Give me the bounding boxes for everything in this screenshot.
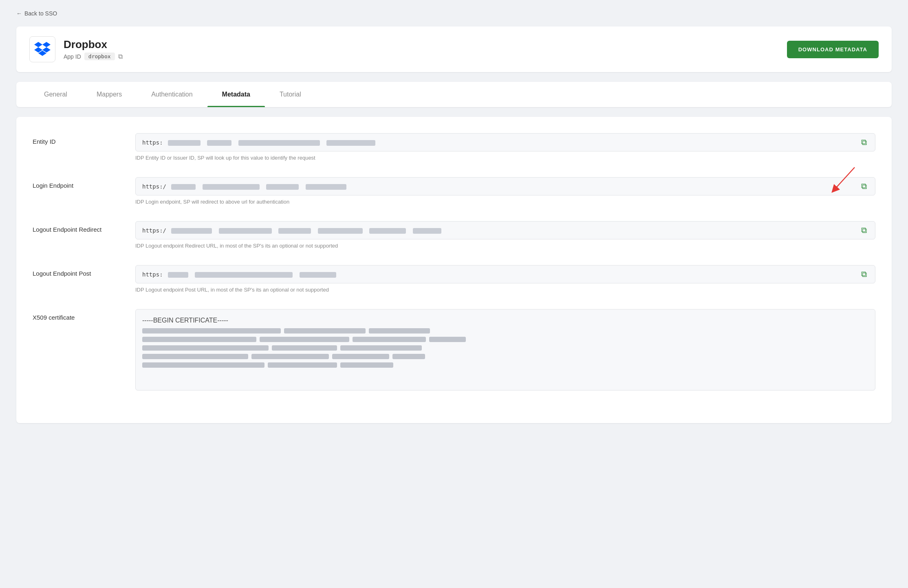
app-id-badge: dropbox bbox=[84, 53, 115, 60]
app-header: Dropbox App ID dropbox ⧉ DOWNLOAD METADA… bbox=[16, 26, 892, 72]
tabs-container: General Mappers Authentication Metadata … bbox=[16, 82, 892, 107]
login-endpoint-blur-1 bbox=[171, 184, 196, 190]
tab-mappers[interactable]: Mappers bbox=[82, 82, 137, 107]
red-arrow-indicator bbox=[826, 165, 859, 194]
logout-post-blur-3 bbox=[300, 272, 336, 278]
entity-id-blur-4 bbox=[326, 140, 375, 146]
logout-redirect-blur-3 bbox=[278, 228, 311, 234]
cert-blur-7 bbox=[429, 337, 466, 342]
logout-redirect-blur-1 bbox=[171, 228, 212, 234]
login-endpoint-copy-button[interactable]: ⧉ bbox=[860, 182, 868, 191]
entity-id-value: https: bbox=[142, 139, 856, 146]
logout-redirect-blur-2 bbox=[219, 228, 272, 234]
logout-post-label: Logout Endpoint Post bbox=[33, 265, 122, 277]
logout-post-prefix: https: bbox=[142, 271, 163, 278]
tab-general[interactable]: General bbox=[29, 82, 82, 107]
cert-row-3 bbox=[142, 345, 868, 351]
app-id-label: App ID bbox=[64, 53, 81, 60]
cert-blur-13 bbox=[332, 354, 389, 359]
cert-blur-10 bbox=[340, 345, 422, 351]
cert-blurred-content bbox=[142, 328, 868, 368]
cert-blur-5 bbox=[260, 337, 349, 342]
app-logo bbox=[29, 36, 55, 62]
cert-blur-4 bbox=[142, 337, 256, 342]
tab-metadata[interactable]: Metadata bbox=[207, 82, 265, 107]
cert-blur-16 bbox=[268, 362, 337, 368]
login-endpoint-input-wrapper: https:/ ⧉ bbox=[135, 177, 875, 195]
field-row-entity-id: Entity ID https: ⧉ IDP Entity ID or Issu… bbox=[33, 133, 875, 161]
certificate-field: -----BEGIN CERTIFICATE----- bbox=[135, 309, 875, 391]
cert-blur-6 bbox=[353, 337, 426, 342]
download-metadata-button[interactable]: DOWNLOAD METADATA bbox=[787, 41, 879, 58]
cert-blur-17 bbox=[340, 362, 393, 368]
logout-redirect-copy-button[interactable]: ⧉ bbox=[860, 226, 868, 235]
content-card: Entity ID https: ⧉ IDP Entity ID or Issu… bbox=[16, 117, 892, 423]
back-link-label: Back to SSO bbox=[24, 10, 57, 17]
logout-post-blur-1 bbox=[168, 272, 188, 278]
entity-id-blur-1 bbox=[168, 140, 201, 146]
field-row-certificate: X509 certificate -----BEGIN CERTIFICATE-… bbox=[33, 309, 875, 391]
entity-id-description: IDP Entity ID or Issuer ID, SP will look… bbox=[135, 155, 875, 161]
app-header-left: Dropbox App ID dropbox ⧉ bbox=[29, 36, 123, 62]
tab-tutorial[interactable]: Tutorial bbox=[265, 82, 316, 107]
entity-id-blur-3 bbox=[238, 140, 320, 146]
cert-blur-14 bbox=[392, 354, 425, 359]
cert-blur-3 bbox=[369, 328, 430, 333]
cert-blur-1 bbox=[142, 328, 281, 333]
cert-blur-12 bbox=[251, 354, 329, 359]
logout-redirect-blur-5 bbox=[369, 228, 406, 234]
logout-post-right: https: ⧉ IDP Logout endpoint Post URL, i… bbox=[135, 265, 875, 293]
cert-blur-2 bbox=[284, 328, 366, 333]
certificate-right: -----BEGIN CERTIFICATE----- bbox=[135, 309, 875, 391]
back-to-sso-link[interactable]: ← Back to SSO bbox=[16, 10, 57, 17]
logout-redirect-label: Logout Endpoint Redirect bbox=[33, 221, 122, 233]
back-arrow-icon: ← bbox=[16, 10, 22, 17]
certificate-label: X509 certificate bbox=[33, 309, 122, 321]
cert-row-2 bbox=[142, 337, 868, 342]
cert-blur-15 bbox=[142, 362, 264, 368]
login-endpoint-blur-4 bbox=[306, 184, 346, 190]
entity-id-prefix: https: bbox=[142, 139, 163, 146]
logout-post-blur-2 bbox=[195, 272, 293, 278]
cert-row-5 bbox=[142, 362, 868, 368]
tab-authentication[interactable]: Authentication bbox=[137, 82, 207, 107]
app-name: Dropbox bbox=[64, 38, 123, 51]
login-endpoint-blur-2 bbox=[203, 184, 260, 190]
logout-redirect-description: IDP Logout endpoint Redirect URL, in mos… bbox=[135, 243, 875, 249]
cert-blur-9 bbox=[272, 345, 337, 351]
login-endpoint-value: https:/ bbox=[142, 183, 856, 190]
entity-id-label: Entity ID bbox=[33, 133, 122, 145]
cert-blur-11 bbox=[142, 354, 248, 359]
logout-post-description: IDP Logout endpoint Post URL, in most of… bbox=[135, 287, 875, 293]
login-endpoint-blur-3 bbox=[266, 184, 299, 190]
login-endpoint-right: https:/ ⧉ IDP Login endpo bbox=[135, 177, 875, 205]
tabs: General Mappers Authentication Metadata … bbox=[16, 82, 892, 107]
logout-redirect-blur-6 bbox=[413, 228, 441, 234]
logout-post-input-wrapper: https: ⧉ bbox=[135, 265, 875, 283]
login-endpoint-label: Login Endpoint bbox=[33, 177, 122, 189]
logout-redirect-right: https:/ ⧉ IDP Logout endpoint Redirect U… bbox=[135, 221, 875, 249]
login-endpoint-description: IDP Login endpoint, SP will redirect to … bbox=[135, 199, 875, 205]
app-info: Dropbox App ID dropbox ⧉ bbox=[64, 38, 123, 60]
cert-begin-text: -----BEGIN CERTIFICATE----- bbox=[142, 317, 868, 324]
cert-row-1 bbox=[142, 328, 868, 333]
field-row-logout-post: Logout Endpoint Post https: ⧉ IDP Logout… bbox=[33, 265, 875, 293]
entity-id-right: https: ⧉ IDP Entity ID or Issuer ID, SP … bbox=[135, 133, 875, 161]
field-row-logout-redirect: Logout Endpoint Redirect https:/ ⧉ IDP L… bbox=[33, 221, 875, 249]
logout-redirect-value: https:/ bbox=[142, 227, 856, 234]
login-endpoint-prefix: https:/ bbox=[142, 183, 166, 190]
field-row-login-endpoint: Login Endpoint https:/ bbox=[33, 177, 875, 205]
entity-id-copy-button[interactable]: ⧉ bbox=[860, 138, 868, 147]
entity-id-blur-2 bbox=[207, 140, 231, 146]
cert-blur-8 bbox=[142, 345, 269, 351]
copy-app-id-icon[interactable]: ⧉ bbox=[118, 53, 123, 60]
entity-id-input-wrapper: https: ⧉ bbox=[135, 133, 875, 151]
logout-redirect-blur-4 bbox=[318, 228, 363, 234]
app-id-row: App ID dropbox ⧉ bbox=[64, 53, 123, 60]
logout-post-copy-button[interactable]: ⧉ bbox=[860, 270, 868, 279]
logout-post-value: https: bbox=[142, 271, 856, 278]
cert-row-4 bbox=[142, 354, 868, 359]
logout-redirect-input-wrapper: https:/ ⧉ bbox=[135, 221, 875, 239]
logout-redirect-prefix: https:/ bbox=[142, 227, 166, 234]
